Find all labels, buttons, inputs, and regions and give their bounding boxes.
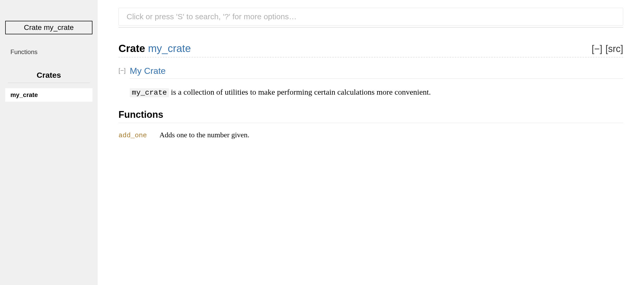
sidebar: Crate my_crate Functions Crates my_crate: [0, 0, 98, 285]
doc-description-text: is a collection of utilities to make per…: [169, 88, 431, 96]
sidebar-functions-link[interactable]: Functions: [5, 47, 92, 57]
doc-block: [−] My Crate my_crate is a collection of…: [118, 66, 623, 98]
functions-section-heading: Functions: [118, 109, 623, 123]
doc-heading[interactable]: My Crate: [130, 66, 623, 79]
page-title-row: Crate my_crate [−] [src]: [118, 43, 623, 57]
collapse-all-toggle[interactable]: [−]: [592, 43, 602, 54]
doc-collapse-toggle[interactable]: [−]: [118, 66, 126, 98]
function-description: Adds one to the number given.: [159, 131, 249, 139]
doc-description: my_crate is a collection of utilities to…: [130, 86, 623, 98]
title-controls: [−] [src]: [592, 43, 623, 54]
sidebar-crates-heading: Crates: [5, 71, 92, 80]
page-title: Crate my_crate: [118, 43, 191, 54]
source-link[interactable]: [src]: [605, 43, 623, 54]
main-content: Crate my_crate [−] [src] [−] My Crate my…: [98, 0, 644, 285]
doc-code-inline: my_crate: [130, 88, 169, 97]
sidebar-divider: [8, 83, 90, 83]
function-row: add_one Adds one to the number given.: [118, 131, 623, 139]
sidebar-crate-title: Crate my_crate: [5, 21, 92, 34]
sidebar-crate-item[interactable]: my_crate: [5, 88, 92, 102]
function-name-link[interactable]: add_one: [118, 132, 147, 139]
doc-content: My Crate my_crate is a collection of uti…: [130, 66, 623, 98]
search-input[interactable]: [118, 8, 623, 25]
search-divider: [118, 27, 623, 28]
page-title-kind: Crate: [118, 43, 148, 54]
page-title-name[interactable]: my_crate: [148, 43, 191, 54]
